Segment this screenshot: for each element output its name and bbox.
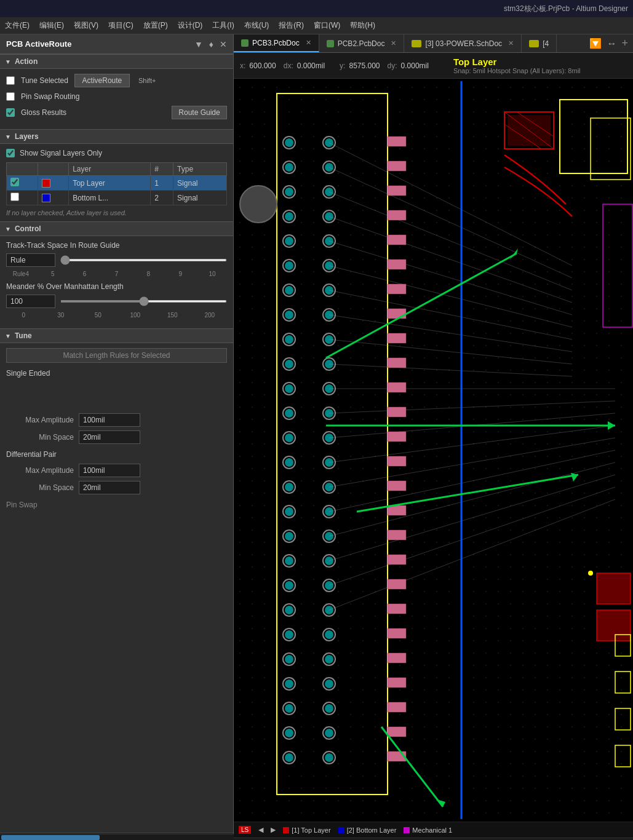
single-ended-max-amplitude-input[interactable] xyxy=(79,413,140,427)
svg-rect-140 xyxy=(388,284,406,294)
mech-layer-bar-label: Mechanical 1 xyxy=(412,826,452,834)
tab-close-pcb3[interactable]: ✕ xyxy=(306,39,311,47)
track-space-slider[interactable] xyxy=(60,259,227,261)
track-space-slider-labels: Rule4 5 6 7 8 9 10 xyxy=(6,271,227,277)
show-signal-checkbox[interactable] xyxy=(6,149,15,157)
add-icon[interactable]: + xyxy=(621,37,628,50)
layer-top-indicator[interactable]: [1] Top Layer xyxy=(283,826,330,834)
meander-label: Meander % Over Manhattan Length xyxy=(6,282,227,291)
title-text: stm32核心板.PrjPcb - Altium Designer xyxy=(504,4,628,14)
route-icon[interactable]: ↔ xyxy=(607,38,616,49)
coord-y: y: 8575.000 xyxy=(340,61,380,70)
menu-report[interactable]: 报告(R) xyxy=(279,20,304,31)
svg-rect-164 xyxy=(597,610,631,641)
control-section-header[interactable]: ▼ Control xyxy=(0,221,233,236)
menubar: 文件(E) 编辑(E) 视图(V) 项目(C) 放置(P) 设计(D) 工具(I… xyxy=(0,17,633,34)
tab-close-pcb2[interactable]: ✕ xyxy=(391,39,396,47)
tune-section-header[interactable]: ▼ Tune xyxy=(0,328,233,343)
diff-pair-max-amplitude-label: Max Amplitude xyxy=(6,466,74,475)
gloss-results-checkbox[interactable] xyxy=(6,108,15,117)
layer-mech-indicator[interactable]: Mechanical 1 xyxy=(404,826,452,834)
tab-close-power[interactable]: ✕ xyxy=(508,39,514,47)
coord-x-label: x: xyxy=(240,61,245,70)
layer-bottom-indicator[interactable]: [2] Bottom Layer xyxy=(338,826,397,834)
meander-label-100: 100 xyxy=(118,312,153,319)
diff-pair-max-amplitude-row: Max Amplitude xyxy=(6,464,227,477)
nav-prev[interactable]: ◀ xyxy=(258,826,263,834)
menu-tools[interactable]: 工具(I) xyxy=(212,20,234,31)
svg-rect-158 xyxy=(388,727,406,737)
meander-slider[interactable] xyxy=(60,300,227,303)
coord-dx: dx: 0.000mil xyxy=(284,61,325,70)
table-row[interactable]: Top Layer 1 Signal xyxy=(7,176,227,191)
control-section-content: Track-Track Space In Route Guide Rule4 5… xyxy=(0,236,233,328)
svg-point-25 xyxy=(285,311,293,319)
control-triangle: ▼ xyxy=(5,226,11,232)
tab-icon-power xyxy=(412,40,421,47)
menu-view[interactable]: 视图(V) xyxy=(74,20,98,31)
diff-pair-max-amplitude-input[interactable] xyxy=(79,464,140,477)
progress-bar xyxy=(0,834,234,840)
action-triangle: ▼ xyxy=(5,58,11,65)
menu-design[interactable]: 设计(D) xyxy=(178,20,203,31)
nav-next[interactable]: ▶ xyxy=(271,826,276,834)
layer-row-check-1[interactable] xyxy=(7,176,38,191)
panel-controls: ▼ ♦ ✕ xyxy=(194,39,227,49)
svg-point-17 xyxy=(285,212,293,221)
tune-selected-checkbox[interactable] xyxy=(6,76,15,85)
action-section-header[interactable]: ▼ Action xyxy=(0,54,233,69)
coord-dx-value: 0.000mil xyxy=(297,61,325,70)
layer-col-type: Type xyxy=(173,163,227,176)
slider-label-5: 5 xyxy=(38,271,68,277)
table-row[interactable]: Bottom L... 2 Signal xyxy=(7,191,227,205)
slider-label-7: 7 xyxy=(102,271,132,277)
single-ended-max-amplitude-row: Max Amplitude xyxy=(6,413,227,427)
match-length-button[interactable]: Match Length Rules for Selected xyxy=(6,348,227,363)
menu-help[interactable]: 帮助(H) xyxy=(350,20,375,31)
layer-row-check-2[interactable] xyxy=(7,191,38,205)
svg-rect-147 xyxy=(388,456,406,466)
tab-power[interactable]: [3] 03-POWER.SchDoc ✕ xyxy=(404,34,522,52)
meander-input[interactable] xyxy=(6,295,55,308)
panel-close-icon[interactable]: ✕ xyxy=(220,39,227,49)
tab-pcb3[interactable]: PCB3.PcbDoc ✕ xyxy=(234,34,319,52)
menu-edit[interactable]: 编辑(E) xyxy=(39,20,64,31)
svg-point-21 xyxy=(285,261,293,270)
tab-icon-pcb3 xyxy=(241,39,249,47)
menu-file[interactable]: 文件(E) xyxy=(5,20,30,31)
layers-section-header[interactable]: ▼ Layers xyxy=(0,129,233,144)
pcb-canvas[interactable] xyxy=(234,79,633,822)
panel-pin-icon[interactable]: ▼ xyxy=(194,39,203,49)
titlebar: stm32核心板.PrjPcb - Altium Designer xyxy=(0,0,633,17)
top-layer-label: Top Layer xyxy=(453,57,581,67)
svg-point-59 xyxy=(285,729,293,737)
pin-swap-routing-checkbox[interactable] xyxy=(6,92,15,101)
menu-route[interactable]: 布线(U) xyxy=(244,20,269,31)
track-space-input[interactable] xyxy=(6,253,55,267)
diff-pair-min-space-input[interactable] xyxy=(79,481,140,494)
tab-label-4: [4 xyxy=(543,39,549,48)
meander-label-30: 30 xyxy=(44,312,79,319)
svg-point-11 xyxy=(285,138,293,147)
active-route-shortcut: Shift+ xyxy=(138,77,156,84)
filter-icon[interactable]: 🔽 xyxy=(589,38,602,49)
svg-point-178 xyxy=(588,571,593,576)
gloss-results-row: Gloss Results Route Guide xyxy=(6,106,227,119)
layer-row-num-1: 1 xyxy=(151,176,173,191)
tab-pcb2[interactable]: PCB2.PcbDoc ✕ xyxy=(319,34,405,52)
svg-point-107 xyxy=(325,680,333,688)
panel-float-icon[interactable]: ♦ xyxy=(209,39,213,49)
svg-rect-146 xyxy=(388,432,406,442)
differential-pair-title: Differential Pair xyxy=(6,450,227,459)
show-signal-label: Show Signal Layers Only xyxy=(20,149,102,157)
tab-4[interactable]: [4 xyxy=(522,34,557,52)
menu-window[interactable]: 窗口(W) xyxy=(314,20,340,31)
layer-table: Layer # Type Top Layer 1 Signal xyxy=(6,162,227,205)
svg-rect-148 xyxy=(388,481,406,491)
menu-project[interactable]: 项目(C) xyxy=(108,20,133,31)
action-section-content: Tune Selected ActiveRoute Shift+ Pin Swa… xyxy=(0,69,233,129)
route-guide-button[interactable]: Route Guide xyxy=(172,106,227,119)
menu-place[interactable]: 放置(P) xyxy=(143,20,168,31)
active-route-button[interactable]: ActiveRoute xyxy=(74,74,130,87)
single-ended-min-space-input[interactable] xyxy=(79,430,140,444)
